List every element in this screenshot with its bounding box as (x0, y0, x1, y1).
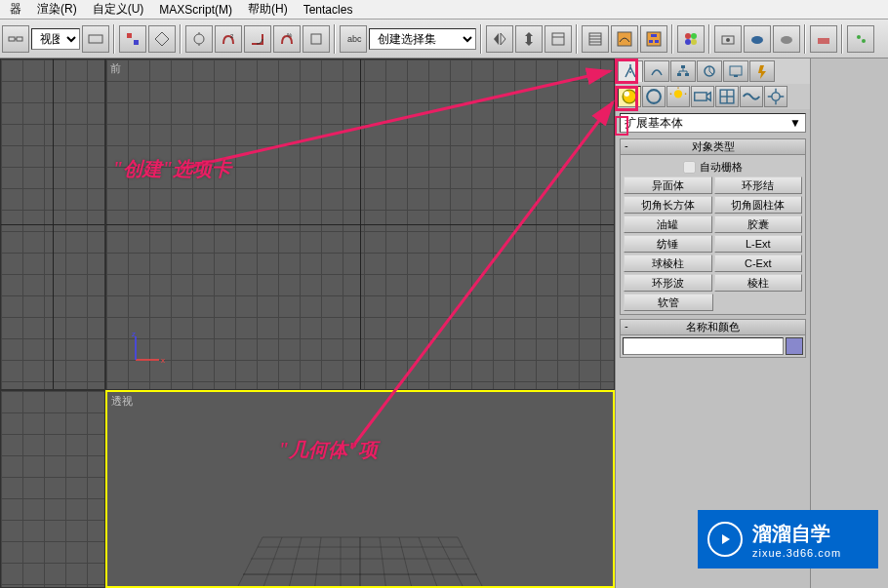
svg-text:abc: abc (347, 34, 362, 44)
axis-gizmo: x z (128, 329, 167, 368)
obj-btn-ringwave[interactable]: 环形波 (624, 274, 712, 292)
obj-btn-torusknot[interactable]: 环形结 (714, 176, 803, 194)
rollout-header[interactable]: 名称和颜色 (621, 320, 805, 335)
rollout-header[interactable]: 对象类型 (621, 139, 805, 155)
view-dropdown[interactable]: 视图 (31, 28, 80, 50)
name-color-rollout: 名称和颜色 (620, 319, 806, 358)
display-tab[interactable] (723, 60, 748, 82)
main-toolbar: 视图 2 % abc 创建选择集 (0, 20, 888, 59)
obj-btn-prism[interactable]: 棱柱 (714, 274, 803, 292)
quick-render-icon[interactable] (773, 25, 800, 53)
svg-line-39 (311, 537, 321, 588)
svg-point-24 (685, 39, 691, 45)
motion-tab[interactable] (697, 60, 722, 82)
obj-btn-oiltank[interactable]: 油罐 (624, 216, 712, 233)
modify-tab[interactable] (644, 60, 669, 82)
create-tab[interactable] (618, 60, 643, 82)
svg-rect-53 (685, 73, 689, 76)
separator (113, 24, 115, 54)
svg-rect-59 (730, 66, 742, 75)
tool-btn-9[interactable] (545, 25, 572, 53)
svg-line-43 (399, 537, 419, 588)
material-editor-icon[interactable] (677, 25, 705, 53)
separator (671, 24, 673, 54)
viewport-perspective[interactable]: 透视 (105, 390, 615, 588)
viewport-bottom-left[interactable] (0, 390, 105, 588)
obj-btn-chamferbox[interactable]: 切角长方体 (624, 196, 712, 214)
hierarchy-tab[interactable] (670, 60, 696, 82)
separator (334, 24, 336, 54)
snap-percent-icon[interactable]: % (273, 25, 301, 53)
cameras-subtab[interactable] (691, 86, 714, 107)
tool-btn-1[interactable] (119, 25, 146, 53)
render-frame-icon[interactable] (744, 25, 771, 53)
separator (708, 24, 710, 54)
tool-btn-18[interactable] (847, 25, 874, 53)
svg-rect-19 (651, 34, 657, 37)
category-dropdown[interactable]: 扩展基本体 ▼ (620, 113, 806, 133)
svg-rect-0 (9, 37, 15, 41)
main-area: 前 x z 透视 (0, 59, 888, 588)
snap-angle-icon[interactable] (244, 25, 271, 53)
svg-rect-1 (17, 37, 22, 41)
svg-point-29 (781, 36, 792, 44)
watermark-url: zixue.3d66.com (752, 547, 841, 559)
svg-text:2: 2 (230, 33, 234, 39)
curve-editor-icon[interactable] (611, 25, 638, 53)
obj-btn-spindle[interactable]: 纺锤 (624, 235, 712, 253)
menu-item-customize[interactable]: 自定义(U) (85, 0, 152, 20)
svg-rect-17 (618, 32, 631, 46)
keyboard-icon[interactable] (82, 25, 109, 53)
object-color-swatch[interactable] (786, 337, 803, 355)
svg-rect-30 (818, 38, 829, 44)
snap-spinner-icon[interactable] (303, 25, 330, 53)
obj-btn-lext[interactable]: L-Ext (714, 235, 803, 253)
menu-item-render[interactable]: 渲染(R) (29, 0, 85, 20)
separator (576, 24, 578, 54)
tool-btn-17[interactable] (810, 25, 837, 53)
systems-subtab[interactable] (764, 86, 787, 107)
lights-subtab[interactable] (666, 86, 690, 107)
svg-point-62 (625, 92, 630, 98)
align-icon[interactable] (515, 25, 543, 53)
utilities-tab[interactable] (749, 60, 775, 82)
mirror-icon[interactable] (486, 25, 513, 53)
menu-item-help[interactable]: 帮助(H) (240, 0, 296, 20)
svg-point-61 (623, 90, 636, 103)
svg-rect-51 (681, 65, 685, 68)
menu-item[interactable]: 器 (2, 0, 29, 20)
obj-btn-cext[interactable]: C-Ext (714, 255, 803, 272)
separator (180, 24, 182, 54)
obj-btn-capsule[interactable]: 胶囊 (714, 216, 803, 233)
svg-point-63 (647, 90, 661, 103)
schematic-icon[interactable] (640, 25, 667, 53)
svg-point-64 (674, 90, 682, 98)
viewport-top-left[interactable] (0, 59, 105, 390)
obj-btn-hedra[interactable]: 异面体 (624, 176, 712, 194)
render-setup-icon[interactable] (714, 25, 742, 53)
watermark-title: 溜溜自学 (752, 521, 841, 547)
selection-set-dropdown[interactable]: 创建选择集 (369, 28, 476, 50)
shapes-subtab[interactable] (642, 86, 666, 107)
helpers-subtab[interactable] (715, 86, 739, 107)
layers-icon[interactable] (582, 25, 609, 53)
menu-item-tentacles[interactable]: Tentacles (296, 1, 361, 19)
tool-btn-2[interactable] (148, 25, 176, 53)
spacewarps-subtab[interactable] (740, 86, 763, 107)
geometry-subtab[interactable] (618, 86, 641, 107)
auto-grid-checkbox[interactable]: 自动栅格 (624, 158, 802, 176)
tool-btn-6[interactable]: abc (340, 25, 367, 53)
obj-btn-hose[interactable]: 软管 (624, 294, 713, 311)
tool-btn-3[interactable] (185, 25, 213, 53)
object-name-input[interactable] (623, 337, 784, 355)
viewport-front[interactable]: 前 x z (105, 59, 615, 390)
svg-rect-21 (655, 40, 659, 43)
watermark: 溜溜自学 zixue.3d66.com (698, 510, 878, 568)
svg-line-45 (438, 537, 477, 588)
snap-2d-icon[interactable]: 2 (215, 25, 242, 53)
command-panel: 扩展基本体 ▼ 对象类型 自动栅格 异面体 环形结 切角长方体 切角圆柱体 油罐… (615, 59, 810, 588)
link-icon[interactable] (2, 25, 29, 53)
obj-btn-gengon[interactable]: 球棱柱 (624, 255, 712, 272)
obj-btn-chamfercyl[interactable]: 切角圆柱体 (714, 196, 803, 214)
menu-item-maxscript[interactable]: MAXScript(M) (151, 1, 240, 19)
